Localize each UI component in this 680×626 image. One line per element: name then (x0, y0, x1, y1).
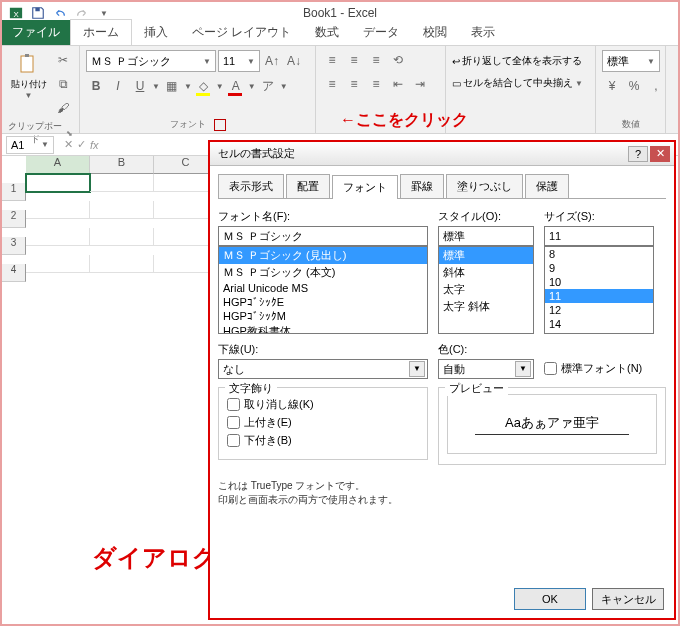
col-header[interactable]: B (90, 156, 154, 174)
subscript-checkbox[interactable]: 下付き(B) (227, 433, 419, 448)
strike-checkbox[interactable]: 取り消し線(K) (227, 397, 419, 412)
font-name-list[interactable]: ＭＳ Ｐゴシック (見出し) ＭＳ Ｐゴシック (本文) Arial Unico… (218, 246, 428, 334)
checkbox-icon[interactable] (227, 434, 240, 447)
decrease-font-icon[interactable]: A↓ (284, 51, 304, 71)
cell[interactable] (26, 228, 90, 246)
copy-icon[interactable]: ⧉ (53, 74, 73, 94)
list-item[interactable]: HGPｺﾞｼｯｸM (219, 309, 427, 323)
chevron-down-icon[interactable]: ▼ (280, 82, 288, 91)
align-bottom-icon[interactable]: ≡ (366, 50, 386, 70)
align-top-icon[interactable]: ≡ (322, 50, 342, 70)
orientation-icon[interactable]: ⟲ (388, 50, 408, 70)
normal-font-checkbox[interactable]: 標準フォント(N) (544, 361, 664, 376)
bold-button[interactable]: B (86, 76, 106, 96)
increase-font-icon[interactable]: A↑ (262, 51, 282, 71)
undo-icon[interactable] (52, 5, 68, 21)
help-button[interactable]: ? (628, 146, 648, 162)
tab-view[interactable]: 表示 (459, 20, 507, 45)
cell[interactable] (90, 255, 154, 273)
color-combo[interactable]: 自動▼ (438, 359, 534, 379)
list-item[interactable]: ＭＳ Ｐゴシック (見出し) (219, 247, 427, 264)
tab-home[interactable]: ホーム (70, 19, 132, 45)
indent-decrease-icon[interactable]: ⇤ (388, 74, 408, 94)
list-item[interactable]: ＭＳ Ｐゴシック (本文) (219, 264, 427, 281)
format-painter-icon[interactable]: 🖌 (53, 98, 73, 118)
currency-icon[interactable]: ¥ (602, 76, 622, 96)
italic-button[interactable]: I (108, 76, 128, 96)
cell[interactable] (90, 201, 154, 219)
border-button[interactable]: ▦ (162, 76, 182, 96)
tab-insert[interactable]: 挿入 (132, 20, 180, 45)
chevron-down-icon[interactable]: ▼ (216, 82, 224, 91)
close-button[interactable]: ✕ (650, 146, 670, 162)
size-list[interactable]: 8 9 10 11 12 14 (544, 246, 654, 334)
row-header[interactable]: 2 (2, 210, 26, 228)
align-right-icon[interactable]: ≡ (366, 74, 386, 94)
checkbox-icon[interactable] (544, 362, 557, 375)
chevron-down-icon[interactable]: ▼ (248, 82, 256, 91)
tab-data[interactable]: データ (351, 20, 411, 45)
list-item[interactable]: 斜体 (439, 264, 533, 281)
list-item[interactable]: 11 (545, 289, 653, 303)
cancel-button[interactable]: キャンセル (592, 588, 664, 610)
name-box[interactable]: A1▼ (6, 136, 54, 154)
size-input[interactable] (544, 226, 654, 246)
underline-button[interactable]: U (130, 76, 150, 96)
chevron-down-icon[interactable]: ▼ (152, 82, 160, 91)
row-header[interactable]: 1 (2, 183, 26, 201)
cell[interactable] (90, 174, 154, 192)
dlg-tab-border[interactable]: 罫線 (400, 174, 444, 198)
paste-button[interactable]: 貼り付け ▼ (8, 50, 49, 100)
dialog-titlebar[interactable]: セルの書式設定 ? ✕ (210, 142, 674, 166)
tab-formulas[interactable]: 数式 (303, 20, 351, 45)
tab-review[interactable]: 校閲 (411, 20, 459, 45)
dlg-tab-fill[interactable]: 塗りつぶし (446, 174, 523, 198)
fill-color-button[interactable]: ◇ (194, 76, 214, 96)
launcher-icon[interactable]: ⬊ (66, 129, 73, 138)
cancel-icon[interactable]: ✕ (64, 138, 73, 151)
list-item[interactable]: HGP教科書体 (219, 323, 427, 334)
list-item[interactable]: 12 (545, 303, 653, 317)
row-header[interactable]: 4 (2, 264, 26, 282)
style-input[interactable] (438, 226, 534, 246)
row-header[interactable]: 3 (2, 237, 26, 255)
enter-icon[interactable]: ✓ (77, 138, 86, 151)
font-color-button[interactable]: A (226, 76, 246, 96)
list-item[interactable]: 8 (545, 247, 653, 261)
number-format-combo[interactable]: 標準▼ (602, 50, 660, 72)
merge-center-button[interactable]: ▭セルを結合して中央揃え▼ (452, 76, 583, 90)
superscript-checkbox[interactable]: 上付き(E) (227, 415, 419, 430)
cut-icon[interactable]: ✂ (53, 50, 73, 70)
checkbox-icon[interactable] (227, 416, 240, 429)
save-icon[interactable] (30, 5, 46, 21)
dlg-tab-alignment[interactable]: 配置 (286, 174, 330, 198)
align-middle-icon[interactable]: ≡ (344, 50, 364, 70)
align-center-icon[interactable]: ≡ (344, 74, 364, 94)
tab-page-layout[interactable]: ページ レイアウト (180, 20, 303, 45)
cell[interactable] (26, 255, 90, 273)
ok-button[interactable]: OK (514, 588, 586, 610)
font-size-combo[interactable]: 11▼ (218, 50, 260, 72)
align-left-icon[interactable]: ≡ (322, 74, 342, 94)
wrap-text-button[interactable]: ↩折り返して全体を表示する (452, 54, 582, 68)
style-list[interactable]: 標準 斜体 太字 太字 斜体 (438, 246, 534, 334)
font-dialog-launcher[interactable] (214, 119, 226, 131)
list-item[interactable]: HGPｺﾞｼｯｸE (219, 295, 427, 309)
underline-combo[interactable]: なし▼ (218, 359, 428, 379)
list-item[interactable]: 太字 斜体 (439, 298, 533, 315)
chevron-down-icon[interactable]: ▼ (184, 82, 192, 91)
percent-icon[interactable]: % (624, 76, 644, 96)
font-name-combo[interactable]: ＭＳ Ｐゴシック▼ (86, 50, 216, 72)
cell[interactable] (90, 228, 154, 246)
list-item[interactable]: Arial Unicode MS (219, 281, 427, 295)
fx-icon[interactable]: fx (90, 139, 99, 151)
comma-icon[interactable]: , (646, 76, 666, 96)
dlg-tab-number[interactable]: 表示形式 (218, 174, 284, 198)
indent-increase-icon[interactable]: ⇥ (410, 74, 430, 94)
dlg-tab-protection[interactable]: 保護 (525, 174, 569, 198)
col-header[interactable]: A (26, 156, 90, 174)
list-item[interactable]: 9 (545, 261, 653, 275)
cell[interactable] (26, 174, 90, 192)
font-name-input[interactable] (218, 226, 428, 246)
checkbox-icon[interactable] (227, 398, 240, 411)
